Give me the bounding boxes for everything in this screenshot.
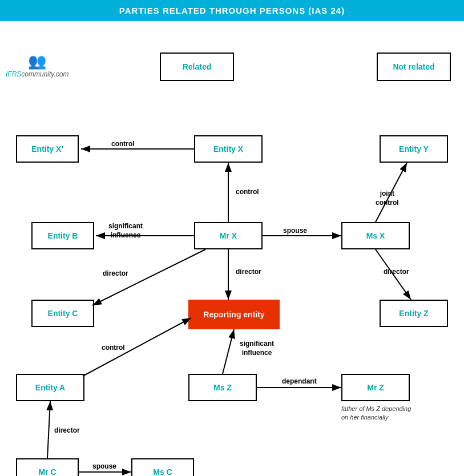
mr-c-box: Mr C [16,458,79,476]
header-bar: PARTIES RELATED THROUGH PERSONS (IAS 24) [0,0,464,21]
svg-line-11 [83,318,191,376]
reporting-entity-box: Reporting entity [188,300,280,329]
label-sig-inf-msz-rep: significantinfluence [240,340,274,357]
mr-x-box: Mr X [194,222,263,249]
entity-z-box: Entity Z [380,300,448,327]
mr-z-note: father of Ms Z depending on her financia… [341,405,418,422]
entity-x-box: Entity X [194,135,263,163]
ms-c-box: Ms C [131,458,194,476]
legend-not-related-box: Not related [377,53,451,81]
svg-line-14 [47,401,50,458]
label-control-mrx-entx: control [236,188,259,196]
label-sig-inf-mrx-entb: significantinfluence [108,222,143,240]
ms-x-box: Ms X [341,222,410,249]
diagram-area: 👥 IFRScommunity.com Related Not related … [0,21,464,476]
label-joint-control: jointcontrol [376,189,399,207]
logo-icon: 👥 [28,53,46,70]
mr-z-box: Mr Z [341,374,410,401]
entity-y-box: Entity Y [380,135,448,163]
ms-z-box: Ms Z [188,374,257,401]
header-title: PARTIES RELATED THROUGH PERSONS (IAS 24) [119,6,345,15]
entity-b-box: Entity B [31,222,94,249]
legend-related-box: Related [160,53,234,81]
label-control-x-xprime: control [111,140,135,148]
label-spouse-mrc-msc: spouse [92,462,116,470]
entity-a-box: Entity A [16,374,84,401]
entity-c-box: Entity C [31,300,94,327]
logo-text: IFRScommunity.com [6,70,68,78]
label-director-msx-entz: director [384,268,409,276]
logo-area: 👥 IFRScommunity.com [6,53,68,78]
label-director-mrx-entc: director [103,269,128,277]
svg-line-8 [92,249,205,305]
label-spouse-mrx-msx: spouse [283,227,307,235]
label-dependant: dependant [282,377,317,385]
label-director-mrc-enta: director [54,426,80,434]
svg-line-12 [223,329,234,374]
label-control-enta-rep: control [102,344,125,352]
entity-x-prime-box: Entity X' [16,135,79,163]
label-director-mrx-rep: director [236,268,261,276]
